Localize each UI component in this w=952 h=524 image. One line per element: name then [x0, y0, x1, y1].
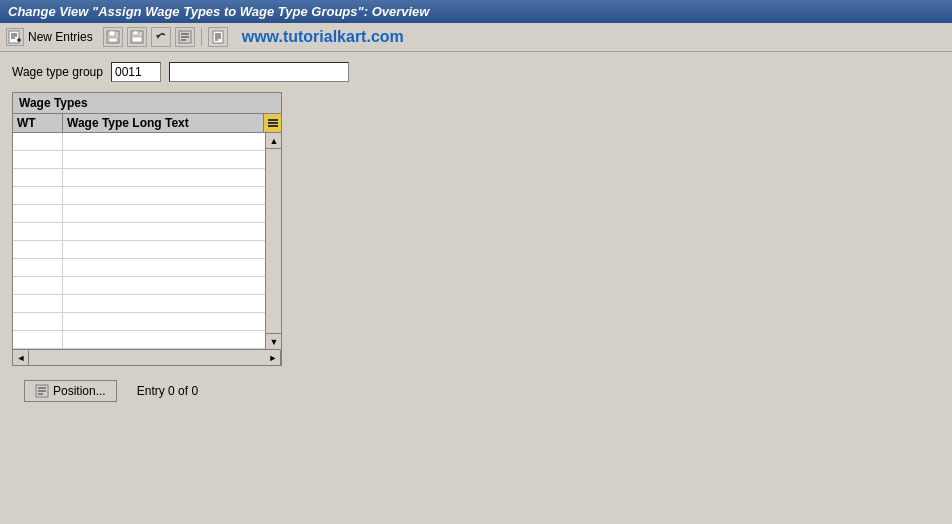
row-wt-cell: [13, 277, 63, 294]
wage-type-group-label: Wage type group: [12, 65, 103, 79]
grid-header: WT Wage Type Long Text: [13, 114, 281, 133]
row-text-cell: [63, 133, 265, 150]
row-wt-cell: [13, 133, 63, 150]
table-row[interactable]: [13, 241, 265, 259]
table-row[interactable]: [13, 133, 265, 151]
svg-rect-10: [133, 31, 138, 35]
row-text-cell: [63, 205, 265, 222]
row-text-cell: [63, 295, 265, 312]
row-text-cell: [63, 241, 265, 258]
grid-main: WT Wage Type Long Text: [13, 114, 281, 365]
wage-types-table: Wage Types WT Wage Type Long Text: [12, 92, 282, 366]
main-content: Wage type group Wage Types WT Wage Type …: [0, 52, 952, 418]
svg-rect-8: [109, 38, 117, 42]
row-text-cell: [63, 313, 265, 330]
new-entries-button[interactable]: New Entries: [28, 30, 93, 44]
new-entries-label: New Entries: [28, 30, 93, 44]
row-wt-cell: [13, 331, 63, 348]
row-text-cell: [63, 259, 265, 276]
column-settings-icon[interactable]: [263, 114, 281, 132]
redo-button[interactable]: [175, 27, 195, 47]
undo-button[interactable]: [151, 27, 171, 47]
watermark-text: www.tutorialkart.com: [242, 28, 404, 46]
wage-type-group-value-input[interactable]: [111, 62, 161, 82]
svg-rect-22: [268, 119, 278, 121]
table-row[interactable]: [13, 169, 265, 187]
position-button[interactable]: Position...: [24, 380, 117, 402]
row-wt-cell: [13, 241, 63, 258]
row-text-cell: [63, 151, 265, 168]
entry-count: Entry 0 of 0: [137, 384, 198, 398]
bottom-bar: Position... Entry 0 of 0: [12, 374, 940, 408]
doc-button[interactable]: [208, 27, 228, 47]
col-header-wt: WT: [13, 114, 63, 132]
table-row[interactable]: [13, 313, 265, 331]
table-row[interactable]: [13, 223, 265, 241]
row-wt-cell: [13, 223, 63, 240]
table-row[interactable]: [13, 205, 265, 223]
row-text-cell: [63, 223, 265, 240]
row-text-cell: [63, 169, 265, 186]
wage-type-group-text-input[interactable]: [169, 62, 349, 82]
table-row[interactable]: [13, 259, 265, 277]
table-row[interactable]: [13, 277, 265, 295]
svg-rect-17: [213, 31, 223, 43]
v-scroll-track: [266, 149, 281, 333]
v-scroll-up-btn[interactable]: ▲: [266, 133, 281, 149]
row-wt-cell: [13, 187, 63, 204]
row-wt-cell: [13, 313, 63, 330]
row-wt-cell: [13, 205, 63, 222]
table-row[interactable]: [13, 331, 265, 349]
toolbar: New Entries: [0, 23, 952, 52]
grid-wrapper: WT Wage Type Long Text: [13, 114, 281, 365]
save-button[interactable]: [103, 27, 123, 47]
col-text-label: Wage Type Long Text: [67, 116, 189, 130]
row-wt-cell: [13, 259, 63, 276]
row-wt-cell: [13, 151, 63, 168]
row-text-cell: [63, 277, 265, 294]
table-row[interactable]: [13, 295, 265, 313]
h-scroll-left-btn[interactable]: ◄: [13, 350, 29, 366]
new-entries-icon[interactable]: [6, 28, 24, 46]
saveas-button[interactable]: [127, 27, 147, 47]
grid-body: ▲ ▼: [13, 133, 281, 349]
col-wt-label: WT: [17, 116, 36, 130]
row-text-cell: [63, 331, 265, 348]
title-text: Change View "Assign Wage Types to Wage T…: [8, 4, 429, 19]
horizontal-scrollbar: ◄ ►: [13, 349, 281, 365]
position-label: Position...: [53, 384, 106, 398]
title-bar: Change View "Assign Wage Types to Wage T…: [0, 0, 952, 23]
table-section-title: Wage Types: [19, 96, 88, 110]
table-row[interactable]: [13, 187, 265, 205]
svg-marker-12: [156, 35, 160, 39]
row-wt-cell: [13, 169, 63, 186]
svg-rect-11: [132, 37, 142, 42]
svg-rect-24: [268, 125, 278, 127]
position-icon: [35, 384, 49, 398]
wage-type-group-row: Wage type group: [12, 62, 940, 82]
svg-rect-7: [109, 31, 115, 36]
table-row[interactable]: [13, 151, 265, 169]
row-wt-cell: [13, 295, 63, 312]
h-scroll-right-btn[interactable]: ►: [265, 350, 281, 366]
svg-rect-0: [9, 31, 19, 43]
table-section-header: Wage Types: [13, 93, 281, 114]
col-header-text: Wage Type Long Text: [63, 114, 263, 132]
grid-rows-container: [13, 133, 265, 349]
v-scroll-down-btn[interactable]: ▼: [266, 333, 281, 349]
toolbar-separator: [201, 28, 202, 46]
row-text-cell: [63, 187, 265, 204]
svg-rect-23: [268, 122, 278, 124]
